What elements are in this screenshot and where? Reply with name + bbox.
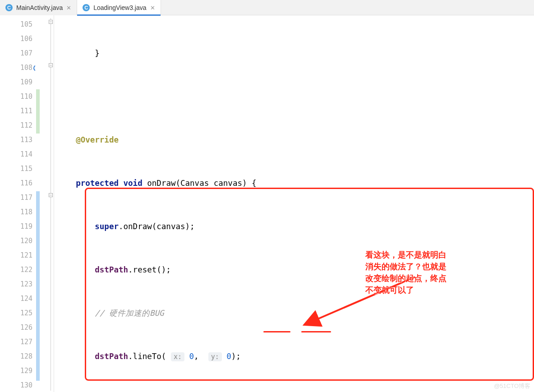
line-number: 119 [0, 219, 32, 234]
java-class-icon: C [5, 4, 13, 11]
code-line: dstPath.lineTo( x: 0, y: 0); [54, 349, 534, 364]
watermark: @51CTO博客 [494, 382, 530, 390]
line-number: 108 [0, 60, 32, 75]
line-number: 117 [0, 190, 32, 205]
code-line: @Override [54, 133, 534, 147]
line-number: 115 [0, 161, 32, 176]
tab-bar: C MainActivity.java ✕ C LoadingView3.jav… [0, 0, 534, 15]
line-number: 124 [0, 291, 32, 306]
line-number: 113 [0, 133, 32, 147]
line-number: 125 [0, 306, 32, 320]
line-number: 105 [0, 17, 32, 32]
java-class-icon: C [83, 4, 90, 11]
fold-handle-icon[interactable]: − [49, 193, 53, 197]
code-line: super.onDraw(canvas); [54, 219, 534, 234]
code-line: } [54, 46, 534, 60]
underline-icon [263, 331, 290, 332]
underline-icon [301, 331, 331, 332]
code-line [54, 89, 534, 104]
line-number: 107 [0, 46, 32, 60]
line-number: 129 [0, 364, 32, 378]
line-number: 130 [0, 378, 32, 392]
line-number: 128 [0, 349, 32, 364]
line-number-gutter: 1051061071081091101111121131141151161171… [0, 15, 35, 392]
close-icon[interactable]: ✕ [150, 5, 155, 11]
code-line: // 硬件加速的BUG [54, 306, 534, 320]
annotation-text: 看这块，是不是就明白 消失的做法了？也就是 改变绘制的起点，终点 不变就可以了 [365, 249, 447, 296]
code-line: protected void onDraw(Canvas canvas) { [54, 176, 534, 190]
line-number: 111 [0, 104, 32, 118]
line-number: 122 [0, 263, 32, 277]
tab-loadingview3[interactable]: C LoadingView3.java ✕ [77, 0, 161, 15]
code-area[interactable]: } @Override protected void onDraw(Canvas… [54, 15, 534, 392]
tab-label: LoadingView3.java [93, 4, 146, 11]
tab-label: MainActivity.java [16, 4, 63, 11]
line-number: 116 [0, 176, 32, 190]
tab-mainactivity[interactable]: C MainActivity.java ✕ [0, 0, 77, 15]
fold-handle-icon[interactable]: − [49, 63, 53, 67]
code-editor[interactable]: 1051061071081091101111121131141151161171… [0, 15, 534, 392]
line-number: 126 [0, 320, 32, 335]
code-line: dstPath.reset(); [54, 263, 534, 277]
line-number: 120 [0, 234, 32, 248]
line-number: 121 [0, 248, 32, 263]
line-number: 114 [0, 147, 32, 161]
line-number: 127 [0, 335, 32, 349]
line-number: 112 [0, 118, 32, 133]
close-icon[interactable]: ✕ [66, 5, 71, 11]
line-number: 110 [0, 89, 32, 104]
change-marker-column [35, 15, 48, 392]
line-number: 123 [0, 277, 32, 291]
fold-handle-icon[interactable]: − [49, 20, 53, 24]
line-number: 118 [0, 205, 32, 219]
line-number: 106 [0, 32, 32, 46]
fold-column: − − − [48, 15, 54, 392]
line-number: 109 [0, 75, 32, 89]
